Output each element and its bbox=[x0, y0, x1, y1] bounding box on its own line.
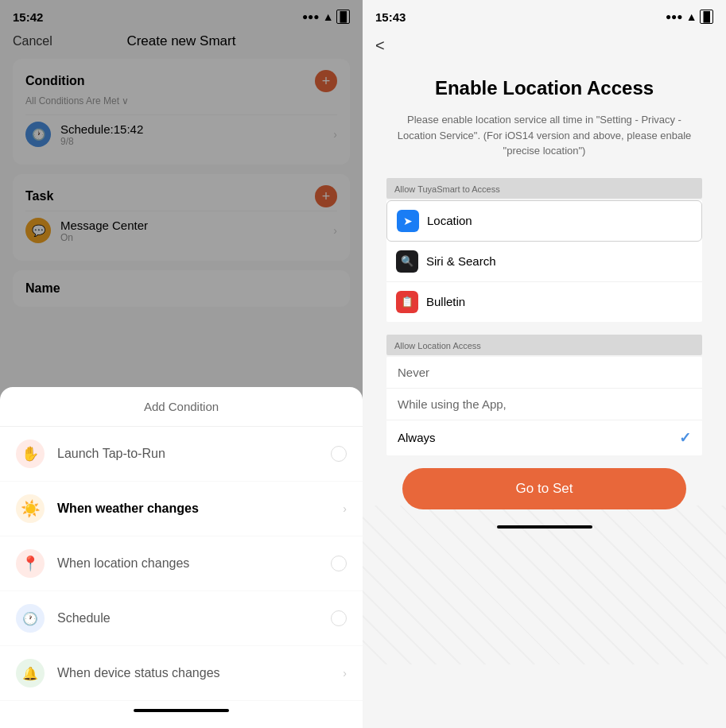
location-settings-item[interactable]: ➤ Location bbox=[386, 200, 702, 242]
access-never-item[interactable]: Never bbox=[386, 357, 702, 389]
go-to-set-button[interactable]: Go to Set bbox=[402, 468, 686, 509]
access-always-label: Always bbox=[398, 431, 679, 444]
tap-to-run-icon: ✋ bbox=[16, 440, 45, 468]
modal-header: Add Condition bbox=[0, 387, 363, 427]
allow-location-label: Allow Location Access bbox=[394, 341, 481, 350]
right-status-bar: 15:43 ●●● ▲ █ bbox=[363, 0, 726, 30]
settings-list: ➤ Location 🔍 Siri & Search 📋 Bull bbox=[386, 200, 702, 322]
modal-overlay: Add Condition ✋ Launch Tap-to-Run ☀️ Whe… bbox=[0, 0, 363, 728]
bulletin-icon: 📋 bbox=[396, 291, 418, 313]
siri-settings-label: Siri & Search bbox=[426, 254, 693, 268]
device-status-label: When device status changes bbox=[57, 666, 343, 680]
tap-to-run-label: Launch Tap-to-Run bbox=[57, 447, 331, 461]
right-signal-icon: ●●● bbox=[666, 11, 683, 22]
tap-to-run-radio[interactable] bbox=[331, 446, 347, 462]
right-main: Enable Location Access Please enable loc… bbox=[363, 61, 726, 509]
list-item[interactable]: 🕐 Schedule bbox=[0, 591, 363, 646]
left-home-indicator bbox=[134, 709, 229, 712]
access-list: Never While using the App, Always ✓ bbox=[386, 357, 702, 455]
left-panel: 15:42 ●●● ▲ █ Cancel Create new Smart Co… bbox=[0, 0, 363, 728]
location-radio[interactable] bbox=[331, 556, 347, 571]
access-while-using-label: While using the App, bbox=[398, 397, 691, 411]
location-icon: 📍 bbox=[16, 549, 45, 578]
access-never-label: Never bbox=[398, 366, 691, 379]
schedule-radio[interactable] bbox=[331, 610, 347, 626]
right-battery-icon: █ bbox=[700, 10, 713, 24]
allow-location-section: Allow Location Access bbox=[386, 335, 702, 355]
schedule-modal-icon: 🕐 bbox=[16, 604, 45, 633]
right-wifi-icon: ▲ bbox=[686, 10, 697, 23]
list-item[interactable]: ☀️ When weather changes › bbox=[0, 482, 363, 536]
schedule-modal-label: Schedule bbox=[57, 611, 331, 625]
right-time: 15:43 bbox=[375, 10, 406, 24]
allow-access-section: Allow TuyaSmart to Access bbox=[386, 178, 702, 199]
enable-title: Enable Location Access bbox=[386, 77, 702, 99]
weather-label: When weather changes bbox=[57, 501, 343, 516]
location-settings-icon: ➤ bbox=[397, 210, 419, 232]
right-panel: 15:43 ●●● ▲ █ < Enable Location Access P… bbox=[363, 0, 726, 728]
checkmark-icon: ✓ bbox=[679, 429, 691, 447]
enable-description: Please enable location service all time … bbox=[386, 112, 702, 159]
bg-pattern bbox=[363, 505, 726, 664]
siri-icon: 🔍 bbox=[396, 250, 418, 273]
list-item[interactable]: 📍 When location changes bbox=[0, 536, 363, 591]
allow-access-label: Allow TuyaSmart to Access bbox=[394, 184, 500, 194]
location-label: When location changes bbox=[57, 556, 331, 571]
access-while-using-item[interactable]: While using the App, bbox=[386, 389, 702, 420]
bulletin-settings-label: Bulletin bbox=[426, 295, 693, 308]
right-content: 15:43 ●●● ▲ █ < Enable Location Access P… bbox=[363, 0, 726, 529]
weather-chevron: › bbox=[343, 502, 347, 515]
list-item[interactable]: 🔔 When device status changes › bbox=[0, 646, 363, 701]
siri-settings-item[interactable]: 🔍 Siri & Search bbox=[386, 242, 702, 282]
location-settings-label: Location bbox=[427, 214, 692, 227]
weather-icon: ☀️ bbox=[16, 494, 45, 523]
back-button[interactable]: < bbox=[363, 30, 726, 61]
device-status-chevron: › bbox=[343, 667, 347, 680]
right-status-icons: ●●● ▲ █ bbox=[666, 10, 713, 24]
add-condition-sheet: Add Condition ✋ Launch Tap-to-Run ☀️ Whe… bbox=[0, 387, 363, 728]
access-always-item[interactable]: Always ✓ bbox=[386, 420, 702, 455]
list-item[interactable]: ✋ Launch Tap-to-Run bbox=[0, 427, 363, 482]
right-home-indicator bbox=[497, 525, 592, 529]
device-status-icon: 🔔 bbox=[16, 659, 45, 687]
bulletin-settings-item[interactable]: 📋 Bulletin bbox=[386, 282, 702, 322]
